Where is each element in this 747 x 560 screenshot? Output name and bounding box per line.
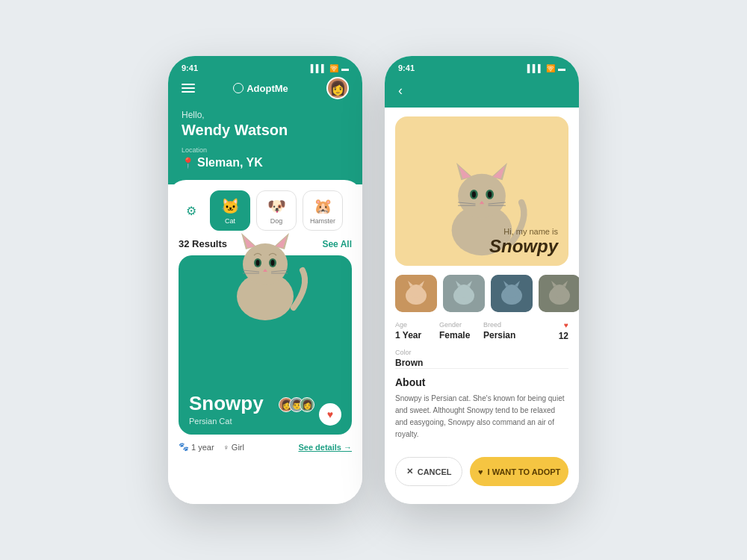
pet-age-text: 1 year xyxy=(191,443,214,452)
color-value: Brown xyxy=(395,358,423,368)
paw-icon: 🐾 xyxy=(179,442,189,452)
location-text: Sleman, YK xyxy=(197,156,263,169)
age-label: Age xyxy=(395,321,436,329)
svg-point-24 xyxy=(488,191,492,198)
time-display-2: 9:41 xyxy=(398,63,415,72)
hero-image-area: Hi, my name is Snowpy xyxy=(395,116,568,266)
phone-1: 9:41 ▌▌▌ 🛜 ▬ AdoptMe Hello, Wendy Watson… xyxy=(168,56,362,504)
about-section: About Snowpy is Persian cat. She's known… xyxy=(385,376,579,449)
filter-button[interactable]: ⚙ xyxy=(179,198,204,223)
heart-adopt-icon: ♥ xyxy=(478,467,483,476)
owner-avatar-3: 👩 xyxy=(300,397,314,412)
battery-icon-2: ▬ xyxy=(558,64,565,72)
nav-bar-1: AdoptMe xyxy=(182,77,349,99)
pet-age-item: 🐾 1 year xyxy=(179,442,214,452)
hero-pet-name: Snowpy xyxy=(489,236,558,257)
thumb-1[interactable] xyxy=(395,275,437,312)
about-title: About xyxy=(395,376,568,388)
about-text: Snowpy is Persian cat. She's known for b… xyxy=(395,393,568,441)
svg-point-32 xyxy=(409,284,424,298)
pet-gender-item: ♀ Girl xyxy=(223,443,244,452)
gender-value: Female xyxy=(439,330,480,340)
info-age: Age 1 Year xyxy=(395,321,436,341)
adopt-button[interactable]: ♥ I WANT TO ADOPT xyxy=(470,457,568,486)
pet-breed-card: Persian Cat xyxy=(189,417,341,426)
status-bar-1: 9:41 ▌▌▌ 🛜 ▬ xyxy=(182,56,349,77)
info-gender: Gender Female xyxy=(439,321,480,341)
globe-icon xyxy=(233,83,244,93)
x-icon: ✕ xyxy=(406,467,413,476)
see-details-link[interactable]: See details → xyxy=(298,443,352,452)
svg-point-8 xyxy=(256,260,260,266)
status-icons-2: ▌▌▌ 🛜 ▬ xyxy=(527,64,565,72)
phone2-header: 9:41 ▌▌▌ 🛜 ▬ ‹ xyxy=(385,56,579,108)
battery-icon: ▬ xyxy=(341,64,349,72)
pet-heart-button[interactable]: ♥ xyxy=(319,403,341,426)
signal-icon-2: ▌▌▌ xyxy=(527,64,543,72)
signal-icon: ▌▌▌ xyxy=(311,64,326,72)
svg-point-37 xyxy=(456,284,471,298)
heart-icon-cell: ♥ xyxy=(564,321,568,329)
sliders-icon: ⚙ xyxy=(186,204,196,218)
time-display-1: 9:41 xyxy=(182,63,198,72)
breed-label: Breed xyxy=(483,321,524,329)
gender-label: Gender xyxy=(439,321,480,329)
status-bar-2: 9:41 ▌▌▌ 🛜 ▬ xyxy=(398,56,565,77)
pet-cat-image xyxy=(209,211,321,330)
heart-count-cell: ♥ 12 xyxy=(527,321,568,341)
svg-point-1 xyxy=(243,243,288,285)
gender-icon: ♀ xyxy=(223,443,229,452)
color-label: Color xyxy=(395,349,423,356)
thumbnail-row xyxy=(385,275,579,321)
status-icons-1: ▌▌▌ 🛜 ▬ xyxy=(311,64,349,72)
see-all-link[interactable]: See All xyxy=(322,239,352,249)
wifi-icon: 🛜 xyxy=(329,64,338,72)
age-value: 1 Year xyxy=(395,330,436,340)
thumb-4[interactable] xyxy=(539,275,579,312)
svg-point-47 xyxy=(552,284,567,298)
location-label: Location xyxy=(182,146,349,154)
breed-value: Persian xyxy=(483,330,524,340)
adopt-label: I WANT TO ADOPT xyxy=(488,467,561,476)
pet-card[interactable]: Snowpy Persian Cat ♥ 👩 👨 👩 xyxy=(179,255,352,435)
back-button[interactable]: ‹ xyxy=(398,77,403,108)
user-avatar[interactable] xyxy=(326,77,349,99)
cancel-label: CANCEL xyxy=(418,467,452,476)
greeting-text: Hello, xyxy=(182,110,349,120)
svg-point-16 xyxy=(458,174,506,219)
hero-hi-text: Hi, my name is xyxy=(489,227,558,236)
phone1-body: ⚙ 🐱 Cat 🐶 Dog 🐹 Hamster 32 Results See A… xyxy=(168,180,362,504)
location-row: 📍 Sleman, YK xyxy=(182,156,349,169)
location-pin-icon: 📍 xyxy=(182,157,194,169)
app-title: AdoptMe xyxy=(233,83,288,94)
phone-2: 9:41 ▌▌▌ 🛜 ▬ ‹ xyxy=(385,56,579,504)
action-row: ✕ CANCEL ♥ I WANT TO ADOPT xyxy=(385,449,579,497)
hero-text-overlay: Hi, my name is Snowpy xyxy=(489,227,558,257)
phone2-body: Hi, my name is Snowpy xyxy=(385,108,579,504)
svg-point-9 xyxy=(271,260,275,266)
pet-gender-text: Girl xyxy=(232,443,244,452)
pet-owners: 👩 👨 👩 xyxy=(283,397,314,412)
user-name: Wendy Watson xyxy=(182,122,349,139)
menu-icon[interactable] xyxy=(182,81,195,95)
svg-point-23 xyxy=(472,191,476,198)
thumb-3[interactable] xyxy=(491,275,533,312)
phone1-header: 9:41 ▌▌▌ 🛜 ▬ AdoptMe Hello, Wendy Watson… xyxy=(168,56,362,184)
divider xyxy=(395,368,568,369)
info-breed: Breed Persian xyxy=(483,321,524,341)
svg-point-42 xyxy=(504,284,519,298)
pet-info-row: 🐾 1 year ♀ Girl See details → xyxy=(168,435,362,452)
cancel-button[interactable]: ✕ CANCEL xyxy=(395,457,462,486)
heart-count-value: 12 xyxy=(559,331,568,341)
wifi-icon-2: 🛜 xyxy=(546,64,555,72)
info-grid: Age 1 Year Gender Female Breed Persian ♥… xyxy=(385,321,579,349)
color-row: Color Brown xyxy=(385,349,579,368)
info-color: Color Brown xyxy=(395,349,423,368)
thumb-2[interactable] xyxy=(443,275,485,312)
